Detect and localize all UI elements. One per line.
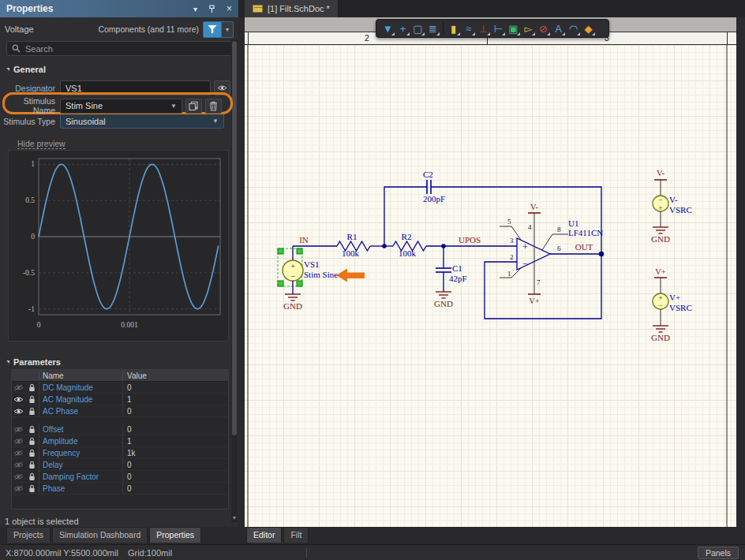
- eye-visible-icon[interactable]: [12, 408, 25, 415]
- align-icon[interactable]: ≣: [425, 21, 440, 36]
- param-name[interactable]: Offset: [39, 424, 122, 435]
- general-section-header[interactable]: General: [6, 65, 46, 74]
- power-port-vplus-opamp[interactable]: V+: [528, 294, 541, 305]
- eye-hidden-icon[interactable]: [12, 485, 25, 492]
- vs1-voltage-source[interactable]: + − VS1 Stim Sine: [278, 248, 338, 294]
- c1-designator[interactable]: C1: [452, 263, 462, 273]
- param-row[interactable]: Delay0: [12, 459, 228, 471]
- filter-icon[interactable]: ▼: [380, 21, 395, 36]
- vminus-designator[interactable]: V-: [669, 195, 678, 204]
- lock-open-icon[interactable]: [25, 407, 39, 416]
- param-value[interactable]: 0: [122, 424, 228, 435]
- parameters-section-header[interactable]: Parameters: [6, 357, 61, 367]
- delete-stimulus-button[interactable]: [205, 99, 222, 114]
- scrollbar-down-arrow[interactable]: ▼: [231, 515, 238, 521]
- vminus-port-label[interactable]: V-: [657, 169, 665, 177]
- param-value[interactable]: 0: [122, 382, 228, 393]
- capacitor-c1[interactable]: C1 42pF: [436, 263, 467, 283]
- power-port-icon[interactable]: ⊥: [476, 21, 491, 36]
- gnd-label[interactable]: GND: [651, 234, 670, 244]
- tab-properties[interactable]: Properties: [149, 527, 201, 543]
- param-name[interactable]: Delay: [39, 459, 122, 470]
- tab-filt[interactable]: Filt: [283, 527, 309, 543]
- gnd-label[interactable]: GND: [434, 299, 453, 308]
- schematic-canvas[interactable]: + − VS1 Stim Sine GND IN R1 100k R2 100k…: [245, 45, 745, 528]
- resistor-r2[interactable]: R2 100k: [393, 232, 426, 258]
- selection-box-icon[interactable]: ▢: [410, 21, 425, 36]
- u1-part-number[interactable]: LF411CN: [568, 228, 603, 237]
- param-row[interactable]: Frequency1k: [12, 447, 228, 459]
- param-row[interactable]: Phase0: [12, 483, 228, 495]
- text-string-icon[interactable]: A: [551, 21, 566, 36]
- vs1-comment[interactable]: Stim Sine: [304, 270, 338, 279]
- tab-editor[interactable]: Editor: [246, 527, 282, 543]
- param-row[interactable]: Amplitude1: [12, 435, 228, 447]
- vplus-port-label[interactable]: V+: [655, 267, 666, 276]
- r1-value[interactable]: 100k: [342, 248, 360, 258]
- param-row[interactable]: AC Magnitude1: [12, 394, 228, 405]
- tab-projects[interactable]: Projects: [6, 527, 51, 543]
- vminus-port-label[interactable]: V-: [530, 203, 539, 211]
- eye-hidden-icon[interactable]: [12, 461, 25, 469]
- param-value[interactable]: 1: [122, 394, 228, 405]
- no-erc-icon[interactable]: ⊘: [536, 21, 551, 36]
- param-row[interactable]: AC Phase0: [12, 405, 228, 417]
- net-label-in[interactable]: IN: [299, 235, 309, 245]
- param-value[interactable]: 0: [122, 405, 228, 416]
- eye-hidden-icon[interactable]: [12, 473, 25, 480]
- eye-visible-icon[interactable]: [12, 396, 25, 403]
- power-port-vminus-opamp[interactable]: V-: [528, 203, 541, 213]
- vplus-comment[interactable]: VSRC: [669, 303, 692, 312]
- eye-hidden-icon[interactable]: [12, 426, 25, 433]
- lock-open-icon[interactable]: [25, 449, 39, 457]
- param-name[interactable]: Damping Factor: [39, 471, 122, 482]
- hide-preview-link[interactable]: Hide preview: [17, 139, 66, 149]
- param-name[interactable]: AC Phase: [39, 405, 122, 416]
- vs1-designator[interactable]: VS1: [304, 259, 320, 269]
- lock-open-icon[interactable]: [25, 395, 39, 404]
- crosshair-icon[interactable]: +: [395, 21, 410, 36]
- lock-open-icon[interactable]: [25, 484, 39, 493]
- stimulus-name-select[interactable]: Stim Sine ▼: [60, 99, 182, 114]
- param-value[interactable]: 0: [122, 483, 228, 494]
- place-part-icon[interactable]: ▮: [446, 21, 461, 36]
- vminus-comment[interactable]: VSRC: [669, 205, 692, 215]
- param-value[interactable]: 0: [122, 459, 228, 470]
- vplus-designator[interactable]: V+: [669, 293, 680, 302]
- pin-icon[interactable]: [208, 5, 215, 13]
- lock-open-icon[interactable]: [25, 472, 39, 481]
- add-stimulus-button[interactable]: [185, 99, 202, 114]
- c2-designator[interactable]: C2: [423, 170, 433, 179]
- search-input[interactable]: Search: [6, 41, 233, 56]
- vplus-port-label[interactable]: V+: [529, 297, 540, 305]
- param-row[interactable]: DC Magnitude0: [12, 382, 228, 394]
- panel-menu-chevron-icon[interactable]: ▾: [193, 5, 197, 13]
- eye-hidden-icon[interactable]: [12, 450, 25, 457]
- place-wire-icon[interactable]: ≈: [461, 21, 476, 36]
- designator-visibility-button[interactable]: [214, 80, 230, 95]
- gnd-label[interactable]: GND: [283, 301, 302, 311]
- net-label-upos[interactable]: UPOS: [459, 235, 481, 245]
- r2-designator[interactable]: R2: [402, 232, 412, 241]
- lock-open-icon[interactable]: [25, 461, 39, 469]
- scope-label[interactable]: Components (and 11 more): [98, 24, 199, 34]
- tab-simulation-dashboard[interactable]: Simulation Dashboard: [52, 527, 148, 543]
- gnd-label[interactable]: GND: [651, 333, 670, 342]
- net-label-out[interactable]: OUT: [575, 242, 593, 252]
- eye-hidden-icon[interactable]: [12, 438, 25, 445]
- lock-open-icon[interactable]: [25, 425, 39, 434]
- lock-open-icon[interactable]: [25, 437, 39, 446]
- r1-designator[interactable]: R1: [347, 232, 358, 241]
- arc-icon[interactable]: ◠: [566, 21, 581, 36]
- panels-button[interactable]: Panels: [698, 547, 739, 559]
- filter-button[interactable]: [203, 21, 222, 38]
- close-icon[interactable]: ×: [226, 3, 232, 14]
- u1-designator[interactable]: U1: [568, 218, 578, 228]
- param-name[interactable]: AC Magnitude: [39, 394, 122, 405]
- param-value[interactable]: 1: [122, 435, 228, 446]
- document-tab[interactable]: [1] Filt.SchDoc *: [245, 0, 338, 17]
- designator-input[interactable]: VS1: [60, 80, 211, 95]
- vplus-source[interactable]: V+ + − V+ VSRC GND: [651, 267, 692, 342]
- param-row[interactable]: Offset0: [12, 424, 228, 435]
- harness-icon[interactable]: ▻: [521, 21, 536, 36]
